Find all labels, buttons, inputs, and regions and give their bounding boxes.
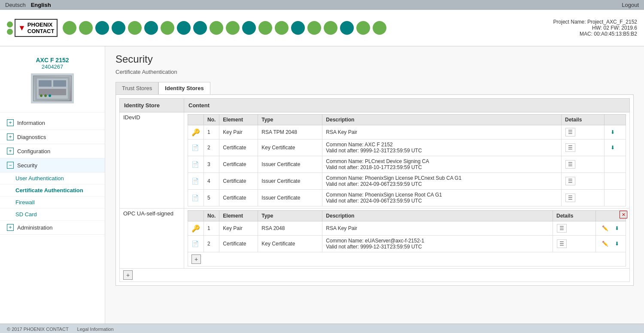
store-name-idevid: IDevID bbox=[120, 112, 184, 209]
sidebar-label: Security bbox=[17, 162, 37, 169]
close-store-button[interactable]: ✕ bbox=[620, 211, 627, 218]
sidebar-label: Information bbox=[17, 120, 45, 126]
row-description: Common Name: PLCnext Device Signing CAVa… bbox=[322, 156, 562, 173]
edit-button[interactable]: ✏️ bbox=[600, 224, 611, 232]
col-content: Content bbox=[184, 99, 630, 112]
sidebar-sub-item-sd-card[interactable]: SD Card bbox=[0, 209, 105, 221]
download-button[interactable]: ⬇ bbox=[613, 224, 621, 232]
identity-stores-table: Identity Store Content IDevID bbox=[119, 98, 630, 282]
row-actions: ⬇ bbox=[605, 139, 626, 156]
tab-trust-stores[interactable]: Trust Stores bbox=[115, 82, 158, 94]
cert-icon: 📄 bbox=[191, 178, 199, 185]
row-actions: ✏️ ⬇ bbox=[596, 236, 626, 252]
footer-legal-link[interactable]: Legal Information bbox=[77, 327, 114, 332]
sub-link: Firewall bbox=[15, 199, 35, 206]
row-actions bbox=[605, 190, 626, 206]
details-button[interactable]: ☰ bbox=[557, 239, 567, 248]
lang-en[interactable]: English bbox=[31, 2, 51, 8]
row-actions bbox=[605, 156, 626, 173]
details-button[interactable]: ☰ bbox=[565, 177, 575, 185]
table-row: 📄 2 Certificate Key Certificate Common N… bbox=[188, 236, 626, 252]
header-info: Project Name: Project_AXC_F_2152 HW: 02 … bbox=[553, 19, 637, 37]
lang-de[interactable]: Deutsch bbox=[5, 2, 26, 8]
header-left: ▼ PHOENIXCONTACT bbox=[7, 19, 386, 37]
svg-point-5 bbox=[40, 94, 43, 97]
row-no: 1 bbox=[204, 221, 219, 236]
details-button[interactable]: ☰ bbox=[557, 224, 567, 233]
expand-icon: + bbox=[7, 148, 14, 154]
row-no: 1 bbox=[204, 125, 219, 139]
download-button[interactable]: ⬇ bbox=[608, 144, 617, 151]
row-type: RSA 2048 bbox=[258, 221, 322, 236]
page-title: Security bbox=[115, 53, 634, 65]
sidebar-label: Diagnostics bbox=[17, 134, 46, 140]
opc-ua-inner-table: No. Element Type Description Details bbox=[188, 210, 626, 266]
details-button[interactable]: ☰ bbox=[565, 143, 575, 152]
row-details: ☰ bbox=[562, 173, 605, 190]
details-button[interactable]: ☰ bbox=[565, 194, 575, 202]
row-description: Common Name: PhoenixSign License PLCnext… bbox=[322, 173, 562, 190]
row-element: Certificate bbox=[219, 139, 258, 156]
table-row: 🔑 1 Key Pair RSA 2048 RSA Key Pair ☰ bbox=[188, 221, 626, 236]
row-actions: ⬇ bbox=[605, 125, 626, 139]
row-icon: 🔑 bbox=[188, 125, 204, 139]
sidebar-item-security[interactable]: − Security bbox=[0, 158, 105, 173]
sidebar-item-administration[interactable]: + Administration bbox=[0, 221, 105, 235]
store-content-idevid: No. Element Type Description Details bbox=[184, 112, 630, 209]
sidebar-item-diagnostics[interactable]: + Diagnostics bbox=[0, 130, 105, 144]
details-button[interactable]: ☰ bbox=[565, 160, 575, 169]
row-element: Certificate bbox=[219, 190, 258, 206]
table-row: 📄 5 Certificate Issuer Certificate Commo… bbox=[188, 190, 626, 206]
details-button[interactable]: ☰ bbox=[565, 128, 575, 136]
page-subtitle: Certificate Authentication bbox=[115, 69, 634, 75]
add-store-button[interactable]: + bbox=[123, 270, 133, 280]
svg-rect-4 bbox=[39, 89, 66, 95]
sidebar-sub-item-cert-auth[interactable]: Certificate Authentication bbox=[0, 185, 105, 197]
add-entry-row: + bbox=[188, 252, 626, 266]
store-content-opc-ua: ✕ No. Element Type bbox=[184, 209, 630, 269]
sidebar-item-information[interactable]: + Information bbox=[0, 116, 105, 130]
inner-col-icon bbox=[188, 115, 204, 125]
sidebar-item-configuration[interactable]: + Configuration bbox=[0, 144, 105, 158]
row-details: ☰ bbox=[562, 190, 605, 206]
add-entry-button[interactable]: + bbox=[191, 254, 201, 264]
device-card: AXC F 2152 2404267 bbox=[0, 51, 105, 112]
expand-icon: + bbox=[7, 133, 14, 140]
logout-button[interactable]: Logout bbox=[622, 2, 639, 8]
table-row: 📄 2 Certificate Key Certificate Common N… bbox=[188, 139, 626, 156]
decorative-circles bbox=[63, 21, 386, 35]
row-details: ☰ bbox=[562, 156, 605, 173]
download-button[interactable]: ⬇ bbox=[608, 128, 617, 136]
col-identity-store: Identity Store bbox=[120, 99, 184, 112]
sidebar-label: Configuration bbox=[17, 148, 50, 154]
row-details: ☰ bbox=[562, 139, 605, 156]
inner-col-description: Description bbox=[322, 211, 553, 221]
svg-point-7 bbox=[49, 94, 51, 97]
project-label: Project Name: bbox=[553, 19, 586, 25]
expand-icon: + bbox=[7, 224, 14, 231]
sidebar-sub-item-user-auth[interactable]: User Authentication bbox=[0, 173, 105, 185]
row-actions: ✏️ ⬇ bbox=[596, 221, 626, 236]
edit-button[interactable]: ✏️ bbox=[600, 240, 611, 248]
row-type: RSA TPM 2048 bbox=[258, 125, 322, 139]
row-icon: 📄 bbox=[188, 190, 204, 206]
row-type: Issuer Certificate bbox=[258, 156, 322, 173]
project-name: Project_AXC_F_2152 bbox=[587, 19, 637, 25]
tab-identity-stores[interactable]: Identity Stores bbox=[158, 82, 210, 94]
sidebar-sub-item-firewall[interactable]: Firewall bbox=[0, 197, 105, 209]
sub-link: SD Card bbox=[15, 211, 37, 218]
sub-link: User Authentication bbox=[15, 175, 64, 182]
row-icon: 🔑 bbox=[188, 221, 204, 236]
row-type: Issuer Certificate bbox=[258, 173, 322, 190]
row-description: RSA Key Pair bbox=[322, 221, 553, 236]
sidebar: AXC F 2152 2404267 bbox=[0, 46, 105, 324]
inner-col-icon bbox=[188, 211, 204, 221]
inner-col-no: No. bbox=[204, 211, 219, 221]
inner-col-description: Description bbox=[322, 115, 562, 125]
device-id: 2404267 bbox=[5, 64, 100, 70]
download-button[interactable]: ⬇ bbox=[613, 240, 621, 248]
row-details: ☰ bbox=[553, 236, 596, 252]
row-element: Certificate bbox=[219, 156, 258, 173]
hw-fw-info: HW: 02 FW: 2019.6 bbox=[553, 25, 637, 31]
store-name-opc-ua: OPC UA-self-signed bbox=[120, 209, 184, 269]
